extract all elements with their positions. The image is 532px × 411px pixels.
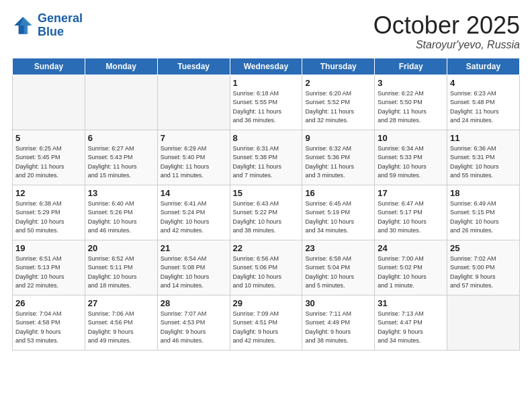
- day-number: 4: [450, 78, 517, 88]
- day-number: 17: [378, 188, 444, 198]
- day-number: 27: [88, 298, 154, 308]
- day-number: 15: [233, 188, 300, 198]
- calendar-cell: 27Sunrise: 7:06 AM Sunset: 4:56 PM Dayli…: [85, 295, 157, 350]
- day-number: 22: [233, 243, 300, 253]
- calendar-cell: 4Sunrise: 6:23 AM Sunset: 5:48 PM Daylig…: [447, 75, 520, 130]
- logo-icon: [12, 15, 34, 36]
- calendar-cell: 6Sunrise: 6:27 AM Sunset: 5:43 PM Daylig…: [85, 130, 157, 185]
- day-info: Sunrise: 7:06 AM Sunset: 4:56 PM Dayligh…: [88, 310, 154, 346]
- day-number: 29: [233, 298, 300, 308]
- calendar-cell: 7Sunrise: 6:29 AM Sunset: 5:40 PM Daylig…: [157, 130, 230, 185]
- calendar-cell: 31Sunrise: 7:13 AM Sunset: 4:47 PM Dayli…: [375, 295, 447, 350]
- calendar-cell: 28Sunrise: 7:07 AM Sunset: 4:53 PM Dayli…: [157, 295, 230, 350]
- week-row-1: 1Sunrise: 6:18 AM Sunset: 5:55 PM Daylig…: [13, 75, 520, 130]
- day-info: Sunrise: 6:45 AM Sunset: 5:19 PM Dayligh…: [305, 199, 371, 236]
- day-number: 28: [161, 298, 227, 308]
- calendar-cell: 13Sunrise: 6:40 AM Sunset: 5:26 PM Dayli…: [85, 185, 157, 240]
- day-info: Sunrise: 6:29 AM Sunset: 5:40 PM Dayligh…: [161, 144, 227, 181]
- weekday-header-monday: Monday: [85, 58, 157, 75]
- calendar-cell: 30Sunrise: 7:11 AM Sunset: 4:49 PM Dayli…: [302, 295, 375, 350]
- day-info: Sunrise: 7:02 AM Sunset: 5:00 PM Dayligh…: [450, 255, 517, 291]
- day-number: 30: [305, 298, 371, 308]
- day-number: 31: [378, 298, 444, 308]
- calendar-cell: 9Sunrise: 6:32 AM Sunset: 5:36 PM Daylig…: [302, 130, 375, 185]
- day-number: 20: [88, 243, 154, 253]
- day-info: Sunrise: 6:49 AM Sunset: 5:15 PM Dayligh…: [450, 199, 517, 236]
- day-info: Sunrise: 6:32 AM Sunset: 5:36 PM Dayligh…: [305, 144, 371, 181]
- day-number: 23: [305, 243, 371, 253]
- day-number: 10: [378, 133, 444, 143]
- calendar-cell: 16Sunrise: 6:45 AM Sunset: 5:19 PM Dayli…: [302, 185, 375, 240]
- week-row-4: 19Sunrise: 6:51 AM Sunset: 5:13 PM Dayli…: [13, 240, 520, 295]
- day-info: Sunrise: 7:13 AM Sunset: 4:47 PM Dayligh…: [378, 310, 444, 346]
- day-info: Sunrise: 6:56 AM Sunset: 5:06 PM Dayligh…: [233, 255, 300, 291]
- day-info: Sunrise: 7:04 AM Sunset: 4:58 PM Dayligh…: [15, 310, 82, 346]
- calendar-cell: 26Sunrise: 7:04 AM Sunset: 4:58 PM Dayli…: [13, 295, 85, 350]
- calendar-cell: 8Sunrise: 6:31 AM Sunset: 5:38 PM Daylig…: [230, 130, 302, 185]
- day-number: 25: [450, 243, 517, 253]
- page: General Blue October 2025 Staroyur'yevo,…: [0, 0, 532, 411]
- day-info: Sunrise: 6:22 AM Sunset: 5:50 PM Dayligh…: [378, 89, 444, 126]
- calendar-cell: 14Sunrise: 6:41 AM Sunset: 5:24 PM Dayli…: [157, 185, 230, 240]
- day-number: 21: [161, 243, 227, 253]
- calendar-cell: 12Sunrise: 6:38 AM Sunset: 5:29 PM Dayli…: [13, 185, 85, 240]
- logo-text: General Blue: [38, 12, 83, 39]
- day-number: 13: [88, 188, 154, 198]
- day-info: Sunrise: 7:11 AM Sunset: 4:49 PM Dayligh…: [305, 310, 371, 346]
- calendar-cell: 3Sunrise: 6:22 AM Sunset: 5:50 PM Daylig…: [375, 75, 447, 130]
- day-info: Sunrise: 6:47 AM Sunset: 5:17 PM Dayligh…: [378, 199, 444, 236]
- month-title: October 2025: [373, 12, 520, 39]
- day-number: 19: [15, 243, 82, 253]
- weekday-header-row: SundayMondayTuesdayWednesdayThursdayFrid…: [13, 58, 520, 75]
- logo: General Blue: [12, 12, 83, 39]
- calendar-cell: 15Sunrise: 6:43 AM Sunset: 5:22 PM Dayli…: [230, 185, 302, 240]
- day-number: 9: [305, 133, 371, 143]
- day-number: 2: [305, 78, 371, 88]
- weekday-header-saturday: Saturday: [447, 58, 520, 75]
- calendar-cell: 18Sunrise: 6:49 AM Sunset: 5:15 PM Dayli…: [447, 185, 520, 240]
- day-number: 8: [233, 133, 300, 143]
- day-number: 1: [233, 78, 300, 88]
- day-number: 12: [15, 188, 82, 198]
- day-info: Sunrise: 6:54 AM Sunset: 5:08 PM Dayligh…: [161, 255, 227, 291]
- calendar-cell: 22Sunrise: 6:56 AM Sunset: 5:06 PM Dayli…: [230, 240, 302, 295]
- day-info: Sunrise: 6:51 AM Sunset: 5:13 PM Dayligh…: [15, 255, 82, 291]
- day-info: Sunrise: 6:36 AM Sunset: 5:31 PM Dayligh…: [450, 144, 517, 181]
- weekday-header-wednesday: Wednesday: [230, 58, 302, 75]
- header: General Blue October 2025 Staroyur'yevo,…: [12, 12, 520, 51]
- week-row-2: 5Sunrise: 6:25 AM Sunset: 5:45 PM Daylig…: [13, 130, 520, 185]
- weekday-header-sunday: Sunday: [13, 58, 85, 75]
- day-number: 16: [305, 188, 371, 198]
- calendar: SundayMondayTuesdayWednesdayThursdayFrid…: [12, 58, 520, 351]
- title-block: October 2025 Staroyur'yevo, Russia: [373, 12, 520, 51]
- day-info: Sunrise: 6:27 AM Sunset: 5:43 PM Dayligh…: [88, 144, 154, 181]
- weekday-header-tuesday: Tuesday: [157, 58, 230, 75]
- calendar-cell: 20Sunrise: 6:52 AM Sunset: 5:11 PM Dayli…: [85, 240, 157, 295]
- calendar-cell: 19Sunrise: 6:51 AM Sunset: 5:13 PM Dayli…: [13, 240, 85, 295]
- day-number: 11: [450, 133, 517, 143]
- day-info: Sunrise: 6:23 AM Sunset: 5:48 PM Dayligh…: [450, 89, 517, 126]
- calendar-cell: 17Sunrise: 6:47 AM Sunset: 5:17 PM Dayli…: [375, 185, 447, 240]
- day-number: 6: [88, 133, 154, 143]
- calendar-cell: [157, 75, 230, 130]
- week-row-3: 12Sunrise: 6:38 AM Sunset: 5:29 PM Dayli…: [13, 185, 520, 240]
- weekday-header-friday: Friday: [375, 58, 447, 75]
- day-info: Sunrise: 7:00 AM Sunset: 5:02 PM Dayligh…: [378, 255, 444, 291]
- calendar-cell: 21Sunrise: 6:54 AM Sunset: 5:08 PM Dayli…: [157, 240, 230, 295]
- day-info: Sunrise: 6:41 AM Sunset: 5:24 PM Dayligh…: [161, 199, 227, 236]
- calendar-cell: 1Sunrise: 6:18 AM Sunset: 5:55 PM Daylig…: [230, 75, 302, 130]
- day-info: Sunrise: 6:34 AM Sunset: 5:33 PM Dayligh…: [378, 144, 444, 181]
- day-info: Sunrise: 6:43 AM Sunset: 5:22 PM Dayligh…: [233, 199, 300, 236]
- day-number: 3: [378, 78, 444, 88]
- day-number: 14: [161, 188, 227, 198]
- calendar-cell: 25Sunrise: 7:02 AM Sunset: 5:00 PM Dayli…: [447, 240, 520, 295]
- calendar-cell: 2Sunrise: 6:20 AM Sunset: 5:52 PM Daylig…: [302, 75, 375, 130]
- calendar-cell: 23Sunrise: 6:58 AM Sunset: 5:04 PM Dayli…: [302, 240, 375, 295]
- day-info: Sunrise: 6:31 AM Sunset: 5:38 PM Dayligh…: [233, 144, 300, 181]
- day-info: Sunrise: 6:40 AM Sunset: 5:26 PM Dayligh…: [88, 199, 154, 236]
- day-info: Sunrise: 6:25 AM Sunset: 5:45 PM Dayligh…: [15, 144, 82, 181]
- weekday-header-thursday: Thursday: [302, 58, 375, 75]
- day-info: Sunrise: 6:38 AM Sunset: 5:29 PM Dayligh…: [15, 199, 82, 236]
- day-info: Sunrise: 7:09 AM Sunset: 4:51 PM Dayligh…: [233, 310, 300, 346]
- calendar-cell: [13, 75, 85, 130]
